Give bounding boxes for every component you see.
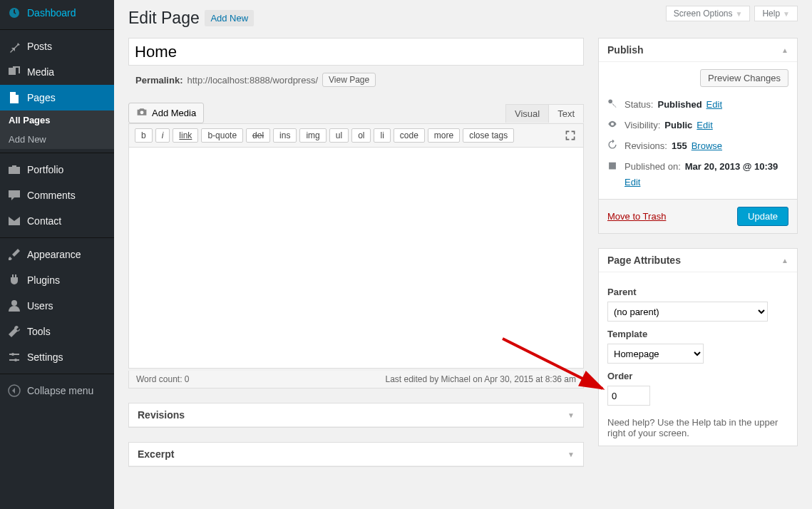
revisions-toggle[interactable]: Revisions ▼ — [129, 403, 583, 427]
update-button[interactable]: Update — [737, 207, 788, 226]
sidebar-item-appearance[interactable]: Appearance — [0, 242, 114, 267]
order-label: Order — [607, 371, 788, 381]
sidebar-label: Tools — [27, 326, 51, 337]
sidebar-item-pages[interactable]: Pages — [0, 85, 114, 110]
svg-point-0 — [10, 70, 11, 71]
chevron-down-icon: ▼ — [783, 10, 790, 18]
sidebar-label: Portfolio — [27, 164, 63, 175]
svg-point-1 — [11, 300, 17, 306]
sidebar-item-media[interactable]: Media — [0, 59, 114, 85]
editor-tabs: VisualText — [505, 104, 584, 123]
chevron-down-icon: ▼ — [736, 10, 743, 18]
sidebar-label: Appearance — [27, 249, 81, 260]
qt-ul[interactable]: ul — [329, 128, 349, 143]
qt-ol[interactable]: ol — [351, 128, 371, 143]
template-label: Template — [607, 329, 788, 339]
word-count: Word count: 0 — [136, 374, 189, 384]
excerpt-toggle[interactable]: Excerpt ▼ — [129, 443, 583, 466]
portfolio-icon — [7, 163, 21, 177]
qt-more[interactable]: more — [428, 128, 460, 143]
sidebar-submenu: All Pages Add New — [0, 110, 114, 149]
media-icon — [7, 65, 21, 79]
move-to-trash-link[interactable]: Move to Trash — [607, 211, 666, 222]
excerpt-metabox: Excerpt ▼ — [128, 442, 584, 467]
qt-bquote[interactable]: b-quote — [201, 128, 243, 143]
user-icon — [7, 299, 21, 313]
brush-icon — [7, 247, 21, 262]
page-title: Edit Page — [128, 9, 200, 28]
qt-bold[interactable]: b — [135, 128, 153, 143]
dashboard-icon — [7, 6, 21, 20]
sidebar-item-portfolio[interactable]: Portfolio — [0, 157, 114, 182]
page-attributes-metabox: Page Attributes ▲ Parent (no parent) Tem… — [598, 248, 798, 446]
browse-revisions-link[interactable]: Browse — [692, 140, 722, 151]
svg-point-2 — [11, 353, 14, 356]
qt-italic[interactable]: i — [155, 128, 170, 143]
calendar-icon — [607, 160, 620, 173]
sidebar-item-plugins[interactable]: Plugins — [0, 267, 114, 293]
svg-point-6 — [608, 99, 612, 103]
permalink-label: Permalink: — [135, 75, 183, 86]
screen-options-button[interactable]: Screen Options▼ — [666, 6, 751, 21]
add-new-button[interactable]: Add New — [205, 10, 254, 26]
qt-closetags[interactable]: close tags — [463, 128, 514, 143]
template-select[interactable]: Homepage — [607, 344, 704, 364]
sidebar-label: Comments — [27, 190, 76, 201]
sidebar-item-dashboard[interactable]: Dashboard — [0, 0, 114, 26]
sidebar-item-comments[interactable]: Comments — [0, 182, 114, 208]
chevron-down-icon: ▼ — [567, 411, 575, 419]
qt-del[interactable]: del — [246, 128, 270, 143]
parent-select[interactable]: (no parent) — [607, 302, 768, 322]
sidebar-item-users[interactable]: Users — [0, 293, 114, 319]
chevron-down-icon: ▼ — [567, 451, 575, 458]
admin-sidebar: Dashboard Posts Media Pages All Pages Ad… — [0, 0, 114, 509]
add-media-button[interactable]: Add Media — [128, 103, 204, 123]
post-title-input[interactable] — [128, 38, 584, 66]
sidebar-label: Plugins — [27, 274, 60, 286]
qt-link[interactable]: link — [173, 128, 198, 143]
qt-img[interactable]: img — [299, 128, 326, 143]
qt-li[interactable]: li — [374, 128, 390, 143]
collapse-menu-button[interactable]: Collapse menu — [0, 378, 114, 403]
preview-button[interactable]: Preview Changes — [700, 69, 788, 87]
sidebar-item-contact[interactable]: Contact — [0, 208, 114, 234]
sidebar-item-tools[interactable]: Tools — [0, 319, 114, 344]
tab-text[interactable]: Text — [549, 105, 583, 123]
mail-icon — [7, 214, 21, 228]
history-icon — [607, 140, 620, 152]
camera-icon — [136, 106, 148, 120]
sliders-icon — [7, 350, 21, 364]
attributes-toggle[interactable]: Page Attributes ▲ — [599, 249, 797, 272]
attributes-help-text: Need help? Use the Help tab in the upper… — [607, 417, 788, 438]
sidebar-item-settings[interactable]: Settings — [0, 344, 114, 370]
submenu-add-new[interactable]: Add New — [0, 130, 114, 149]
page-icon — [7, 91, 21, 105]
edit-visibility-link[interactable]: Edit — [697, 120, 712, 130]
svg-point-3 — [14, 359, 17, 361]
permalink-row: Permalink: http://localhost:8888/wordpre… — [128, 66, 584, 96]
fullscreen-button[interactable] — [563, 128, 577, 143]
parent-label: Parent — [607, 287, 788, 297]
top-actions: Screen Options▼ Help▼ — [666, 6, 798, 21]
help-button[interactable]: Help▼ — [754, 6, 798, 21]
sidebar-label: Media — [27, 66, 54, 78]
edit-status-link[interactable]: Edit — [706, 99, 722, 110]
edit-date-link[interactable]: Edit — [625, 177, 788, 187]
qt-ins[interactable]: ins — [273, 128, 297, 143]
view-page-button[interactable]: View Page — [322, 73, 376, 87]
eye-icon — [607, 119, 620, 131]
order-input[interactable] — [607, 386, 650, 406]
submenu-all-pages[interactable]: All Pages — [0, 110, 114, 130]
sidebar-label: Dashboard — [27, 7, 76, 19]
sidebar-item-posts[interactable]: Posts — [0, 34, 114, 59]
tab-visual[interactable]: Visual — [506, 105, 549, 123]
collapse-icon — [7, 384, 21, 398]
content-textarea[interactable] — [128, 148, 584, 369]
comment-icon — [7, 188, 21, 202]
main-content: Screen Options▼ Help▼ Edit Page Add New … — [114, 0, 812, 509]
publish-toggle[interactable]: Publish ▲ — [599, 38, 797, 62]
qt-code[interactable]: code — [394, 128, 425, 143]
key-icon — [607, 98, 620, 110]
svg-point-5 — [140, 110, 144, 114]
editor-status-bar: Word count: 0 Last edited by Michael on … — [128, 371, 584, 389]
